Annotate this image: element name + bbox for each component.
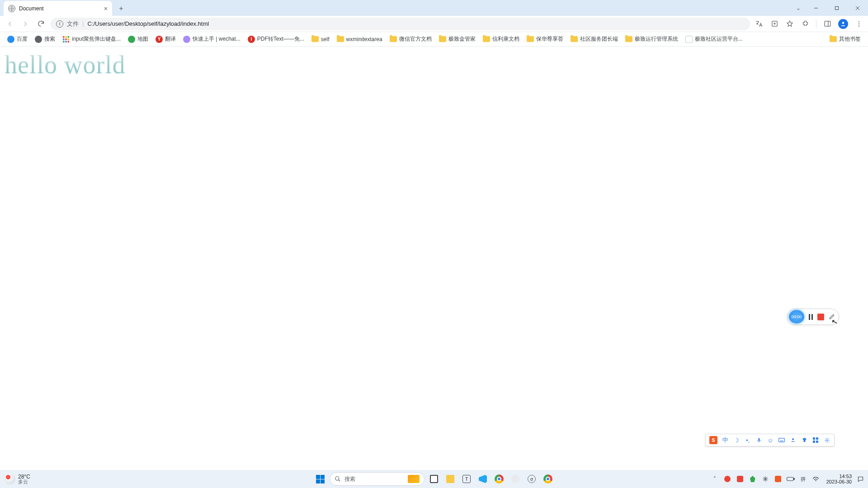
hello-world-heading: hello world xyxy=(0,47,868,83)
clock-date: 2023-06-30 xyxy=(826,479,852,484)
bookmark-item[interactable]: wxminitextarea xyxy=(334,35,385,44)
bookmark-label: 保华尊享荟 xyxy=(536,35,563,43)
bookmark-item[interactable]: Y翻译 xyxy=(153,34,179,44)
bookmark-item[interactable]: 快速上手 | wechat... xyxy=(180,34,243,44)
svg-rect-31 xyxy=(816,441,818,443)
tray-chevron-icon[interactable]: ˄ xyxy=(711,475,719,483)
file-explorer-icon[interactable] xyxy=(443,472,457,486)
close-tab-icon[interactable]: × xyxy=(104,5,108,12)
profile-avatar[interactable] xyxy=(838,19,848,29)
skin-icon[interactable] xyxy=(801,436,808,444)
svg-rect-36 xyxy=(793,479,794,480)
svg-rect-29 xyxy=(816,437,818,440)
battery-icon[interactable] xyxy=(787,475,795,483)
user-icon[interactable] xyxy=(789,436,797,444)
file-scheme-label: 文件 xyxy=(67,20,79,28)
folder-icon xyxy=(311,36,319,42)
address-bar[interactable]: i 文件 | C:/Users/user/Desktop/self/lazylo… xyxy=(51,18,750,30)
bookmark-label: 极致社区运营平台... xyxy=(695,35,743,43)
tray-app-2[interactable] xyxy=(736,475,744,483)
bookmark-item[interactable]: input聚焦弹出键盘... xyxy=(60,34,123,44)
bookmark-label: 搜索 xyxy=(44,35,55,43)
bookmark-item[interactable]: 极致金管家 xyxy=(436,34,478,44)
weather-icon xyxy=(5,474,15,484)
bookmark-item[interactable]: 信利康文档 xyxy=(480,34,522,44)
translate-icon[interactable] xyxy=(755,19,764,28)
app-icon-1[interactable] xyxy=(509,472,522,486)
bookmark-label: 翻译 xyxy=(165,35,176,43)
bookmark-star-icon[interactable] xyxy=(785,19,794,28)
browser-tab[interactable]: Document × xyxy=(4,1,112,16)
emoji-icon[interactable]: ☺ xyxy=(767,436,774,444)
network-icon[interactable] xyxy=(812,475,820,483)
bookmark-item[interactable]: 微信官方文档 xyxy=(387,34,434,44)
minimize-button[interactable] xyxy=(806,1,826,15)
bookmark-item[interactable]: 搜索 xyxy=(32,34,58,44)
favicon xyxy=(7,36,14,43)
bookmark-item[interactable]: 极致社区运营平台... xyxy=(683,34,745,44)
svg-rect-12 xyxy=(63,36,65,38)
svg-rect-35 xyxy=(787,477,793,481)
svg-rect-14 xyxy=(68,36,70,38)
forward-button[interactable] xyxy=(20,19,31,29)
moon-icon[interactable]: ☽ xyxy=(733,436,740,444)
keyboard-icon[interactable] xyxy=(778,436,785,444)
sogou-logo-icon[interactable]: S xyxy=(709,436,717,444)
bookmark-item[interactable]: self xyxy=(309,35,332,44)
tray-app-3[interactable] xyxy=(749,475,757,483)
bookmark-label: input聚焦弹出键盘... xyxy=(72,35,121,43)
other-bookmarks[interactable]: 其他书签 xyxy=(827,34,863,44)
tray-app-5[interactable] xyxy=(774,475,782,483)
install-icon[interactable] xyxy=(770,19,779,28)
ime-toolbar[interactable]: S 中 ☽ •, ☺ xyxy=(705,434,835,446)
text-app-icon[interactable]: T xyxy=(460,472,473,486)
svg-point-33 xyxy=(335,477,339,480)
app-icon-2[interactable]: σ xyxy=(525,472,538,486)
svg-rect-22 xyxy=(779,438,785,442)
side-panel-icon[interactable] xyxy=(823,19,832,28)
back-button[interactable] xyxy=(5,19,15,29)
tray-app-1[interactable] xyxy=(723,475,731,483)
weather-widget[interactable]: 28°C 多云 xyxy=(5,474,30,484)
site-info-icon[interactable]: i xyxy=(56,20,63,28)
pause-icon[interactable] xyxy=(809,314,813,320)
toolbox-icon[interactable] xyxy=(812,436,819,444)
bookmark-item[interactable]: IPDF转Text——免... xyxy=(245,34,307,44)
gear-icon[interactable] xyxy=(823,436,830,444)
taskbar-search[interactable]: 搜索 xyxy=(330,472,425,486)
bookmark-label: wxminitextarea xyxy=(346,36,382,42)
menu-icon[interactable] xyxy=(854,19,863,28)
reload-button[interactable] xyxy=(35,19,46,29)
start-button[interactable] xyxy=(313,472,327,486)
taskbar-clock[interactable]: 14:53 2023-06-30 xyxy=(826,474,852,484)
maximize-button[interactable] xyxy=(826,1,847,15)
document-icon xyxy=(685,36,693,43)
punctuation-icon[interactable]: •, xyxy=(744,436,751,444)
task-view-button[interactable] xyxy=(427,472,441,486)
folder-icon xyxy=(527,36,534,42)
tray-app-4[interactable] xyxy=(761,475,769,483)
chrome-icon[interactable] xyxy=(492,472,506,486)
svg-rect-13 xyxy=(65,36,67,38)
ime-lang-toggle[interactable]: 中 xyxy=(722,436,729,444)
bookmark-item[interactable]: 社区服务团长端 xyxy=(568,34,621,44)
bookmark-item[interactable]: 保华尊享荟 xyxy=(524,34,566,44)
tab-dropdown-icon[interactable]: ⌄ xyxy=(791,5,806,11)
bookmark-item[interactable]: 百度 xyxy=(5,34,30,44)
new-tab-button[interactable]: + xyxy=(115,2,127,15)
voice-icon[interactable] xyxy=(755,436,763,444)
stop-icon[interactable] xyxy=(817,314,824,320)
favicon: I xyxy=(248,36,255,43)
tab-title: Document xyxy=(19,5,100,12)
extensions-icon[interactable] xyxy=(801,19,810,28)
svg-rect-2 xyxy=(835,6,839,9)
close-window-button[interactable] xyxy=(847,1,868,15)
chrome-icon-2[interactable] xyxy=(541,472,555,486)
notifications-icon[interactable] xyxy=(856,475,864,483)
language-icon[interactable]: 拼 xyxy=(799,475,807,483)
bookmark-item[interactable]: 地图 xyxy=(125,34,151,44)
bookmark-label: 社区服务团长端 xyxy=(580,35,618,43)
vscode-icon[interactable] xyxy=(476,472,490,486)
bookmark-label: 地图 xyxy=(137,35,148,43)
bookmark-item[interactable]: 极致运行管理系统 xyxy=(623,34,681,44)
